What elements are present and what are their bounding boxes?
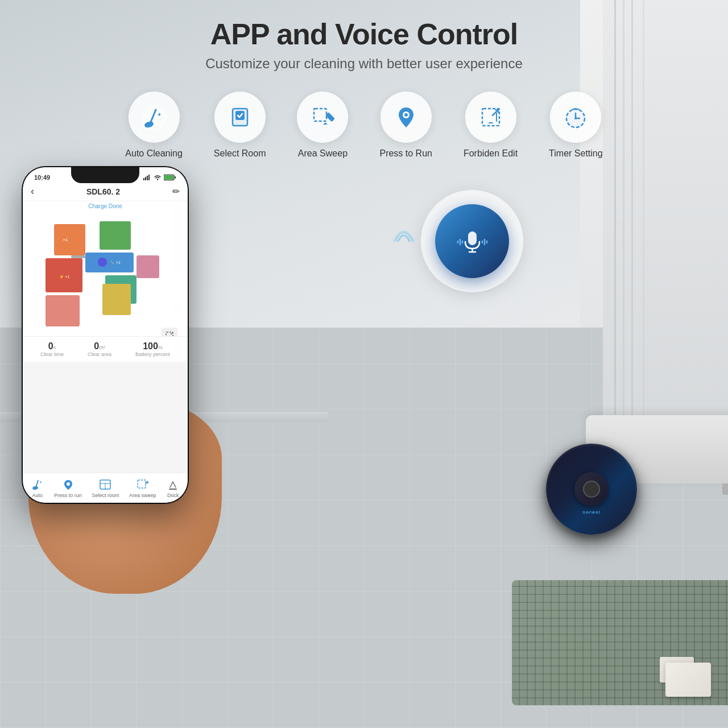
nav-press-icon — [61, 478, 75, 491]
stats-row: 0s Clear time 0m² Clear area — [23, 336, 188, 362]
signal-icon — [143, 175, 151, 180]
floor-map-svg: ×1 ⚡ ×1 🔧 ×1 — [37, 213, 173, 335]
timer-setting-circle — [550, 92, 601, 143]
clock-icon — [561, 103, 590, 131]
svg-text:✦: ✦ — [39, 481, 42, 484]
map-area: ×1 ⚡ ×1 🔧 ×1 — [23, 211, 188, 336]
nav-dock-label: Dock — [167, 493, 179, 498]
clear-area-stat: 0m² Clear area — [88, 341, 111, 357]
stat-battery-num: 100 — [143, 341, 158, 351]
stat-area-unit: m² — [99, 345, 105, 350]
edit-button[interactable]: ✏ — [172, 186, 180, 197]
svg-text:✦: ✦ — [157, 111, 162, 118]
timer-setting-label: Timer Setting — [549, 148, 603, 159]
status-bar: 10:49 — [23, 167, 188, 183]
icon-item-forbid-edit[interactable]: Forbiden Edit — [464, 92, 518, 159]
forbid-icon — [165, 331, 174, 336]
dock-nav-icon — [167, 478, 179, 491]
features-icons-row: ✦ · Auto Cleaning Select Room — [91, 92, 636, 159]
svg-point-14 — [404, 113, 408, 117]
area-sweep-nav-icon — [136, 478, 149, 491]
press-nav-icon — [62, 478, 75, 491]
forbid-edit-panel[interactable]: Forbiden Edit — [156, 328, 183, 336]
voice-area — [381, 190, 523, 292]
svg-rect-26 — [148, 175, 150, 180]
nav-dock-icon — [166, 478, 180, 491]
auto-cleaning-label: Auto Cleaning — [125, 148, 183, 159]
auto-nav-icon: ✦ — [31, 478, 44, 491]
stat-unit: s — [53, 345, 56, 350]
stat-area-num: 0 — [94, 341, 99, 351]
forbid-edit-circle — [465, 92, 516, 143]
stat-battery-unit: % — [158, 345, 163, 350]
svg-line-44 — [171, 333, 172, 334]
stat-battery-label: Battery percent — [135, 351, 170, 357]
auto-cleaning-circle: ✦ · — [129, 92, 180, 143]
svg-text:·: · — [160, 118, 161, 122]
svg-text:⚡ ×1: ⚡ ×1 — [59, 274, 70, 279]
phone-screen: 10:49 — [23, 167, 188, 503]
broom-icon: ✦ · — [140, 103, 168, 131]
svg-rect-28 — [164, 175, 173, 180]
stat-area-value: 0m² — [88, 341, 111, 351]
icon-item-area-sweep[interactable]: Area Sweep — [297, 92, 348, 159]
svg-rect-32 — [100, 221, 131, 250]
svg-rect-58 — [138, 480, 146, 488]
svg-line-18 — [493, 110, 498, 115]
nav-area-sweep[interactable]: Area sweep — [129, 478, 156, 498]
svg-rect-30 — [54, 224, 85, 255]
voice-button-outer[interactable] — [421, 190, 523, 292]
wifi-icon — [154, 175, 162, 180]
svg-point-34 — [98, 258, 107, 267]
map-container: ×1 ⚡ ×1 🔧 ×1 — [23, 211, 188, 336]
svg-rect-36 — [102, 284, 131, 315]
nav-select-room-label: Select room — [92, 493, 119, 498]
nav-dock[interactable]: Dock — [166, 478, 180, 498]
stat-time-value: 0s — [40, 341, 64, 351]
main-title: APP and Voice Control — [205, 17, 523, 51]
svg-rect-25 — [147, 176, 148, 180]
app-right-panel: Forbiden Edit — [156, 328, 183, 336]
svg-rect-9 — [314, 109, 326, 121]
svg-rect-38 — [46, 295, 80, 326]
nav-select-room-icon — [98, 478, 112, 491]
svg-rect-62 — [468, 231, 477, 245]
press-to-run-label: Press to Run — [379, 148, 432, 159]
svg-rect-37 — [136, 255, 159, 278]
app-header: ‹ SDL60. 2 ✏ — [23, 183, 188, 201]
stat-battery-value: 100% — [135, 341, 170, 351]
icon-item-select-room[interactable]: Select Room — [214, 92, 266, 159]
area-sweep-label: Area Sweep — [298, 148, 348, 159]
svg-rect-29 — [175, 176, 176, 179]
svg-text:🔧 ×1: 🔧 ×1 — [110, 260, 121, 265]
header-section: APP and Voice Control Customize your cle… — [205, 0, 523, 72]
location-pin-icon — [392, 103, 420, 131]
nav-select-room[interactable]: Select room — [92, 478, 119, 498]
voice-button-inner[interactable] — [435, 204, 509, 278]
nav-area-sweep-label: Area sweep — [129, 493, 156, 498]
app-title: SDL60. 2 — [34, 187, 172, 196]
svg-text:×1: ×1 — [63, 237, 68, 242]
stat-area-label: Clear area — [88, 351, 111, 357]
nav-press-to-run[interactable]: Press to run — [54, 478, 82, 498]
forbid-edit-label: Forbiden Edit — [464, 148, 518, 159]
stat-value: 0 — [48, 341, 53, 351]
svg-rect-42 — [71, 255, 85, 258]
area-sweep-circle — [297, 92, 348, 143]
status-icons — [143, 174, 176, 181]
microphone-icon — [457, 226, 488, 257]
icon-item-auto-cleaning[interactable]: ✦ · Auto Cleaning — [125, 92, 183, 159]
subtitle: Customize your cleaning with better user… — [205, 56, 523, 72]
phone-container: 10:49 — [23, 167, 188, 503]
select-room-label: Select Room — [214, 148, 266, 159]
nav-auto-label: Auto — [32, 493, 43, 498]
nav-auto[interactable]: ✦ Auto — [31, 478, 44, 498]
bottom-nav: ✦ Auto — [23, 473, 188, 503]
icon-item-press-to-run[interactable]: Press to Run — [379, 92, 432, 159]
phone-wrapper: 10:49 — [23, 167, 188, 503]
wifi-waves-svg — [381, 218, 415, 264]
icon-item-timer-setting[interactable]: Timer Setting — [549, 92, 603, 159]
svg-rect-23 — [143, 178, 144, 180]
clear-time-stat: 0s Clear time — [40, 341, 64, 357]
nav-auto-icon: ✦ — [31, 478, 44, 491]
